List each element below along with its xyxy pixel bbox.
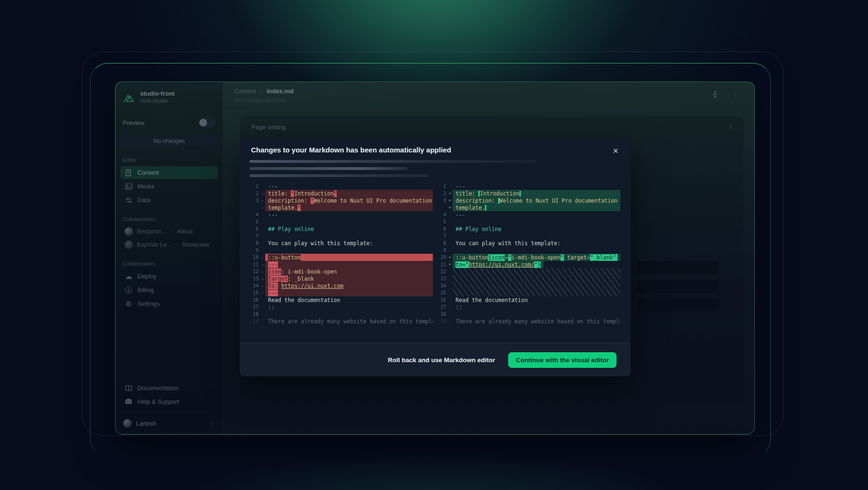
diff-code-segment: = [505, 254, 508, 261]
diff-row: 16Read the documentation [250, 296, 433, 303]
diff-code-segment: Read the documentation [268, 297, 340, 303]
diff-code-line: ::u-button [265, 254, 433, 261]
diff-code-segment: --- [456, 212, 465, 218]
diff-row: 9 [250, 247, 433, 254]
diff-change-sign: + [447, 197, 453, 204]
diff-line-number: 3 [250, 197, 259, 204]
diff-line-number: 9 [250, 247, 259, 254]
diff-change-sign [447, 211, 453, 218]
diff-change-sign [447, 311, 453, 318]
diff-row: 3+description: Welcome to Nuxt UI Pro do… [438, 197, 620, 204]
diff-panel-before: 1---2-title: "Introduction"3-description… [250, 183, 433, 339]
diff-code-line: --- [265, 289, 433, 296]
close-icon[interactable]: ✕ [610, 145, 621, 157]
diff-change-sign [447, 282, 453, 289]
diff-code-segment: = [587, 254, 590, 261]
diff-code-line: target: _blank [265, 275, 433, 282]
diff-change-sign: + [447, 204, 453, 211]
diff-change-sign: - [260, 268, 265, 275]
diff-code-segment: ## Play online [456, 226, 501, 232]
diff-code-segment: " [334, 190, 337, 197]
diff-line-number: 2 [250, 190, 259, 197]
diff-line-number: 8 [438, 240, 446, 247]
diff-code-segment: You can play with this template: [268, 240, 373, 247]
diff-code-segment: Read the documentation [456, 297, 528, 303]
diff-row: 18 [250, 311, 433, 318]
diff-line-number: 9 [438, 247, 446, 254]
diff-line-number: 14 [438, 282, 446, 289]
diff-row: 6## Play online [250, 225, 433, 232]
diff-code-segment: " [561, 254, 564, 261]
diff-code-segment: {icon [488, 254, 505, 261]
diff-line-number: 5 [438, 218, 446, 225]
diff-row: 15---- [250, 289, 433, 296]
diff-row: 9 [438, 247, 620, 254]
diff-insert-caret [519, 191, 521, 196]
diff-code-segment: description: [268, 197, 311, 204]
diff-change-sign [260, 311, 265, 318]
diff-code-line: description: Welcome to Nuxt UI Pro docu… [453, 197, 620, 204]
diff-code-segment: There are already many website based on … [268, 318, 433, 325]
diff-change-sign [447, 240, 453, 247]
diff-row: 8You can play with this template: [250, 240, 433, 247]
diff-row: 17:: [438, 303, 620, 311]
diff-change-sign: - [260, 289, 265, 296]
diff-code-line: title: Introduction [453, 190, 620, 197]
diff-row: 12 [438, 268, 620, 275]
diff-code-line: Read the documentation [265, 296, 433, 303]
diff-change-sign [260, 240, 265, 247]
diff-code-line: There are already many website based on … [265, 318, 433, 325]
diff-line-number: 14 [250, 282, 259, 289]
diff-line-number: 18 [250, 311, 259, 318]
diff-row: 11---- [250, 261, 433, 268]
diff-change-sign [447, 289, 453, 296]
diff-change-sign: - [260, 254, 265, 261]
diff-code-line: :: [265, 303, 433, 311]
diff-code-line: --- [265, 183, 433, 190]
diff-line-number: 12 [438, 268, 446, 275]
rollback-button[interactable]: Roll back and use Markdown editor [388, 356, 495, 364]
diff-row: 5 [250, 218, 433, 225]
skeleton-bar [250, 174, 428, 177]
diff-code-segment: "} [534, 261, 541, 268]
diff-code-segment: Welcome to Nuxt UI Pro documentation [500, 197, 617, 204]
diff-code-line: template. [453, 204, 620, 211]
diff-row: 2+title: Introduction [438, 190, 620, 197]
diff-line-number [250, 204, 259, 211]
diff-change-sign [260, 303, 265, 311]
diff-row: 3-description: "Welcome to Nuxt UI Pro d… [250, 197, 433, 204]
diff-code-segment: " [311, 197, 314, 204]
diff-change-sign: - [260, 197, 265, 204]
diff-code-segment: template. [268, 205, 297, 211]
diff-row: 13-target: _blank [250, 275, 433, 282]
diff-row: 17:: [250, 303, 433, 311]
diff-line-number: 10 [438, 254, 446, 261]
diff-code-segment: to: [268, 283, 278, 289]
diff-change-sign: - [260, 204, 265, 211]
skeleton-bar [250, 160, 537, 163]
continue-button[interactable]: Continue with the visual editor [508, 352, 617, 368]
diff-line-number: 16 [438, 296, 446, 303]
diff-change-sign: + [447, 254, 453, 261]
diff-row: 12-icon: i-mdi-book-open [250, 268, 433, 275]
diff-code-segment: :: [268, 304, 275, 311]
diff-row: 1--- [438, 183, 620, 190]
diff-row: 11+to="https://ui.nuxt.com/"} [438, 261, 620, 268]
diff-change-sign: - [260, 275, 265, 282]
diff-code-segment: --- [268, 261, 278, 268]
diff-code-segment: title: [456, 190, 478, 197]
diff-line-number: 10 [250, 254, 259, 261]
diff-code-line: Read the documentation [453, 296, 620, 303]
diff-line-number: 2 [438, 190, 446, 197]
diff-change-sign [260, 183, 265, 190]
diff-code-line [453, 232, 620, 240]
diff-code-segment: :: [456, 304, 462, 311]
diff-code-line [453, 311, 620, 318]
diff-row: 19There are already many website based o… [250, 318, 433, 325]
diff-change-sign: - [260, 282, 265, 289]
diff-code-line [453, 268, 620, 275]
diff-code-line: ::u-button{icon="i-mdi-book-open" target… [453, 254, 620, 261]
diff-code-segment: " [508, 254, 511, 261]
diff-code-segment: You can play with this template: [456, 240, 561, 247]
diff-code-segment: --- [456, 183, 465, 190]
